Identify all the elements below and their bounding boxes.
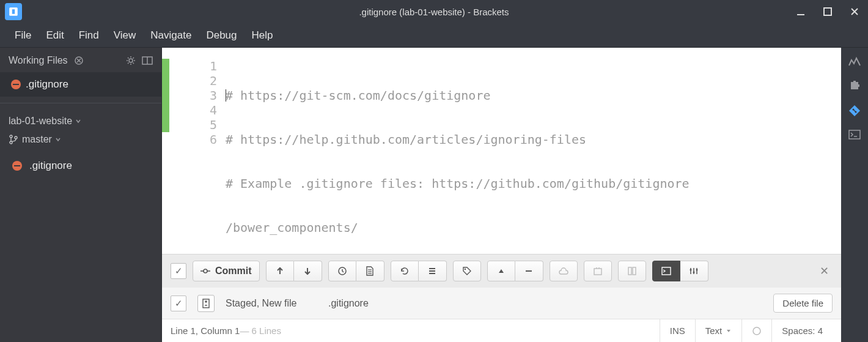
spaces-selector[interactable]: Spaces: 4 xyxy=(771,319,833,342)
terminal-icon xyxy=(661,267,671,275)
insert-mode[interactable]: INS xyxy=(660,319,695,342)
svg-point-10 xyxy=(10,135,12,138)
file-tree-name: .gitignore xyxy=(29,160,72,172)
circle-icon xyxy=(752,326,762,336)
line-numbers: 1 2 3 4 5 6 xyxy=(169,48,226,254)
stash-button[interactable] xyxy=(584,261,612,281)
project-selector[interactable]: lab-01-website xyxy=(9,112,153,130)
settings-button[interactable] xyxy=(680,261,708,281)
svg-point-25 xyxy=(464,269,465,270)
caret-up-icon xyxy=(498,268,505,274)
menu-debug[interactable]: Debug xyxy=(200,27,243,44)
language-selector[interactable]: Text xyxy=(695,319,742,342)
status-bar: Line 1, Column 1 — 6 Lines INS Text Spac… xyxy=(162,319,841,342)
extensions-icon[interactable] xyxy=(848,80,861,92)
menu-bar: File Edit Find View Navigate Debug Help xyxy=(0,23,868,48)
git-panel: ✓ Commit xyxy=(162,254,841,319)
split-view-icon[interactable] xyxy=(142,56,153,65)
svg-point-41 xyxy=(753,327,760,335)
diff-button[interactable] xyxy=(197,295,215,312)
history-button[interactable] xyxy=(328,261,356,281)
tag-icon xyxy=(462,266,472,276)
history-icon xyxy=(337,266,347,276)
menu-find[interactable]: Find xyxy=(73,27,105,44)
file-checkbox[interactable]: ✓ xyxy=(171,296,186,311)
working-file-item[interactable]: .gitignore xyxy=(0,72,161,97)
lines-count: — 6 Lines xyxy=(240,325,281,336)
title-bar: .gitignore (lab-01-website) - Brackets xyxy=(0,0,868,23)
svg-point-5 xyxy=(129,59,133,62)
panel-close-button[interactable]: ✕ xyxy=(816,264,833,278)
menu-edit[interactable]: Edit xyxy=(40,27,70,44)
svg-point-15 xyxy=(204,269,207,273)
git-file-row[interactable]: ✓ Staged, New file .gitignore Delete fil… xyxy=(162,288,841,319)
modified-indicator-icon xyxy=(11,160,23,172)
compare-button[interactable] xyxy=(618,261,646,281)
working-file-name: .gitignore xyxy=(26,78,68,90)
cloud-button[interactable] xyxy=(550,261,578,281)
staged-file-name: .gitignore xyxy=(328,298,762,309)
diff-icon xyxy=(202,299,210,308)
menu-view[interactable]: View xyxy=(108,27,142,44)
refresh-icon xyxy=(400,266,410,276)
window-title: .gitignore (lab-01-website) - Brackets xyxy=(359,7,509,17)
svg-rect-30 xyxy=(662,267,671,275)
chevron-down-icon xyxy=(726,329,732,333)
push-button[interactable] xyxy=(266,261,294,281)
arrow-up-icon xyxy=(276,267,284,275)
file-tree-item[interactable]: .gitignore xyxy=(0,152,161,179)
gear-icon[interactable] xyxy=(126,56,136,65)
minimize-button[interactable] xyxy=(787,0,814,23)
minus-icon xyxy=(525,270,532,272)
svg-point-11 xyxy=(10,141,12,144)
menu-file[interactable]: File xyxy=(9,27,37,44)
close-all-icon[interactable] xyxy=(74,56,84,65)
console-icon[interactable] xyxy=(848,130,861,139)
svg-rect-9 xyxy=(13,84,19,85)
svg-point-34 xyxy=(690,269,692,271)
svg-rect-45 xyxy=(849,130,860,139)
list-button[interactable] xyxy=(419,261,447,281)
brackets-logo xyxy=(5,3,22,20)
svg-rect-26 xyxy=(526,270,532,272)
cursor-position[interactable]: Line 1, Column 1 xyxy=(171,325,240,336)
refresh-button[interactable] xyxy=(391,261,419,281)
commit-button[interactable]: Commit xyxy=(193,261,260,281)
menu-navigate[interactable]: Navigate xyxy=(144,27,197,44)
terminal-button[interactable] xyxy=(652,261,680,281)
branch-selector[interactable]: master xyxy=(9,130,153,149)
lint-status[interactable] xyxy=(741,319,771,342)
chevron-down-icon xyxy=(56,137,61,142)
svg-rect-27 xyxy=(594,269,601,275)
collapse-button[interactable] xyxy=(515,261,543,281)
svg-point-12 xyxy=(15,136,17,139)
file-history-button[interactable] xyxy=(356,261,384,281)
menu-help[interactable]: Help xyxy=(246,27,279,44)
git-icon[interactable] xyxy=(848,104,861,117)
expand-button[interactable] xyxy=(487,261,515,281)
delete-file-button[interactable]: Delete file xyxy=(773,294,833,313)
code-editor[interactable]: 1 2 3 4 5 6 # https://git-scm.com/docs/g… xyxy=(162,48,841,254)
svg-rect-3 xyxy=(824,8,831,15)
stash-icon xyxy=(593,266,603,276)
project-name: lab-01-website xyxy=(9,116,72,127)
maximize-button[interactable] xyxy=(814,0,841,23)
list-icon xyxy=(428,267,436,275)
close-button[interactable] xyxy=(841,0,868,23)
sidebar: Working Files .gitignore lab-01-website … xyxy=(0,48,162,342)
compare-icon xyxy=(627,266,637,276)
sliders-icon xyxy=(689,267,699,275)
right-toolbar xyxy=(841,48,868,342)
live-preview-icon[interactable] xyxy=(848,56,861,67)
code-content[interactable]: # https://git-scm.com/docs/gitignore # h… xyxy=(226,48,841,254)
svg-rect-2 xyxy=(797,14,804,15)
select-all-checkbox[interactable]: ✓ xyxy=(171,263,186,279)
pull-button[interactable] xyxy=(294,261,322,281)
svg-point-35 xyxy=(693,272,695,273)
svg-rect-29 xyxy=(633,267,636,275)
file-status: Staged, New file xyxy=(226,298,317,309)
branch-name: master xyxy=(22,134,52,145)
svg-rect-28 xyxy=(628,267,631,275)
tag-button[interactable] xyxy=(453,261,481,281)
modified-indicator-icon xyxy=(10,78,22,91)
